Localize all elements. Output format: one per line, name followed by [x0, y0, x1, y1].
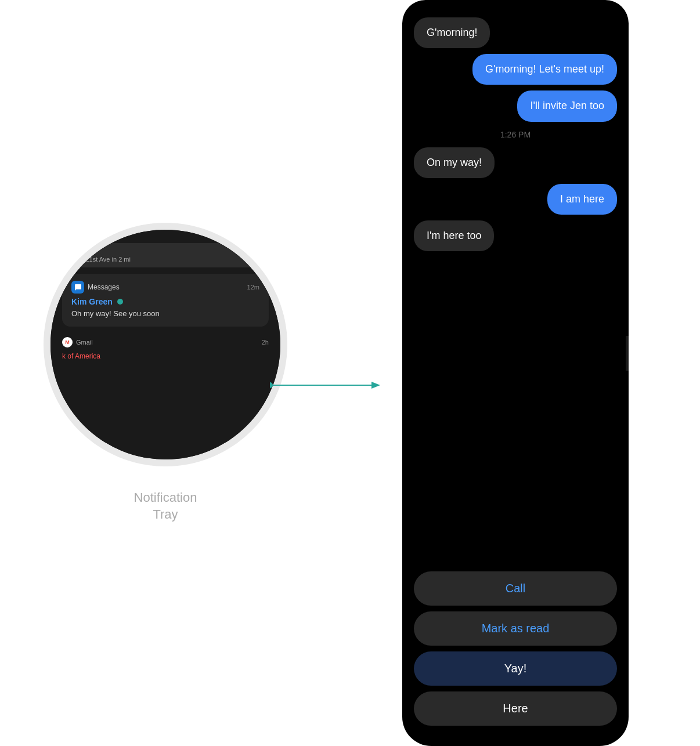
watch-nav-item: 'm right onto 21st Ave in 2 mi — [62, 243, 269, 267]
watch-sender: Kim Green — [71, 297, 259, 306]
watch-notif-app: Messages — [71, 281, 120, 294]
message-timestamp: 1:26 PM — [414, 130, 617, 139]
unread-dot — [117, 299, 123, 305]
messages-list: G'morning! G'morning! Let's meet up! I'l… — [402, 12, 629, 568]
yay-button[interactable]: Yay! — [414, 651, 617, 686]
message-sent-1: G'morning! Let's meet up! — [472, 54, 617, 85]
watch-nav-subtext: onto 21st Ave in 2 mi — [71, 256, 259, 263]
message-received-1: G'morning! — [414, 17, 490, 48]
watch-notif-header: Messages 12m — [71, 281, 259, 294]
messages-icon — [71, 281, 84, 294]
watch-container: 'm right onto 21st Ave in 2 mi — [44, 223, 287, 466]
notification-tray-label: Notification Tray — [134, 490, 197, 523]
mark-as-read-button[interactable]: Mark as read — [414, 611, 617, 646]
watch-app-name: Messages — [88, 283, 120, 291]
watch-bank-text: k of America — [50, 351, 280, 361]
message-sent-2: I'll invite Jen too — [517, 90, 617, 121]
here-button[interactable]: Here — [414, 691, 617, 726]
message-received-2: On my way! — [414, 147, 495, 178]
gmail-icon: M — [62, 337, 73, 347]
watch-notif-time: 12m — [247, 284, 259, 291]
right-section: G'morning! G'morning! Let's meet up! I'l… — [331, 0, 700, 746]
watch-notification[interactable]: Messages 12m Kim Green Oh my way! See yo… — [62, 274, 269, 326]
watch-message-text: Oh my way! See you soon — [71, 309, 259, 319]
watch-gmail-time: 2h — [262, 339, 269, 346]
watch-nav-text: 'm right — [71, 248, 259, 256]
left-section: 'm right onto 21st Ave in 2 mi — [0, 0, 331, 746]
watch-screen: 'm right onto 21st Ave in 2 mi — [50, 230, 280, 459]
watch-gmail-row: M Gmail 2h — [50, 334, 280, 351]
watch-circle: 'm right onto 21st Ave in 2 mi — [44, 223, 287, 466]
call-button[interactable]: Call — [414, 571, 617, 606]
phone-watch-screen: G'morning! G'morning! Let's meet up! I'l… — [402, 0, 629, 746]
watch-gmail-app: Gmail — [76, 339, 93, 346]
message-sent-3: I am here — [547, 184, 617, 215]
message-received-3: I'm here too — [414, 220, 494, 251]
watch-gmail-left: M Gmail — [62, 337, 93, 347]
watch-inner: 'm right onto 21st Ave in 2 mi — [50, 230, 280, 459]
